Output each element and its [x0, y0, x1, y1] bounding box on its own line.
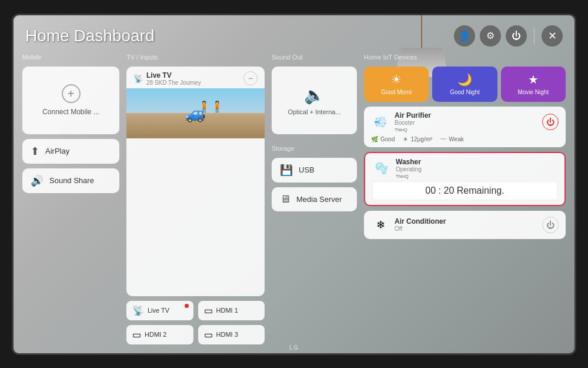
- pm-icon: ☀: [403, 136, 408, 142]
- airplay-card[interactable]: ⬆ AirPlay: [22, 139, 119, 164]
- washer-timer: 00 : 20 Remaining.: [372, 181, 557, 200]
- tv-inputs-row-1: 📡 Live TV ▭ HDMI 1: [126, 301, 265, 320]
- ac-name: Air Conditioner: [395, 217, 446, 226]
- stat-pm-label: 12μg/m²: [410, 136, 432, 142]
- live-tv-card[interactable]: 📡 Live TV 28 SKD The Journey − 🚙 🧍🧍: [126, 67, 265, 296]
- stat-wind-label: Weak: [449, 136, 463, 142]
- sound-share-card[interactable]: 🔊 Sound Share: [22, 168, 119, 193]
- live-tv-small-card[interactable]: 📡 Live TV: [126, 301, 193, 320]
- air-purifier-icon: 💨: [371, 112, 390, 131]
- speaker-icon: 🔈: [304, 85, 325, 105]
- air-purifier-power-btn[interactable]: ⏻: [542, 114, 559, 130]
- washer-card[interactable]: 🫧 Washer Operating ThinQ 00 : 20 Remaini…: [364, 152, 566, 206]
- connect-mobile-card[interactable]: + Connect Mobile ...: [22, 67, 119, 134]
- live-tv-small-icon: 📡: [132, 305, 144, 316]
- hdmi1-card[interactable]: ▭ HDMI 1: [198, 301, 265, 320]
- airplay-icon: ⬆: [31, 145, 39, 158]
- washer-icon: 🫧: [372, 159, 391, 178]
- header-separator: [534, 28, 534, 44]
- live-tv-channel: 28 SKD The Journey: [146, 79, 201, 86]
- hdmi2-icon: ▭: [132, 329, 141, 340]
- air-purifier-text: Air Purifier Booster ThinQ: [395, 111, 431, 132]
- stat-pm: ☀ 12μg/m²: [403, 136, 432, 142]
- close-icon: ✕: [548, 29, 557, 42]
- people-graphic: 🧍🧍: [198, 100, 223, 113]
- profile-button[interactable]: 👤: [454, 25, 475, 47]
- air-purifier-card[interactable]: 💨 Air Purifier Booster ThinQ ⏻ 🌿: [364, 107, 566, 147]
- tv-frame: Home Dashboard 👤 ⚙ ⏻ ✕ Mo: [12, 14, 576, 355]
- sound-storage-column: Sound Out 🔈 Optical + Interna... Storage…: [272, 54, 357, 344]
- ac-text: Air Conditioner Off: [395, 217, 446, 232]
- usb-icon: 💾: [280, 164, 293, 177]
- sound-out-card[interactable]: 🔈 Optical + Interna...: [272, 67, 357, 134]
- good-morning-label: Good Morni: [381, 89, 412, 95]
- movie-night-label: Movie Night: [517, 89, 549, 95]
- sound-share-label: Sound Share: [49, 176, 94, 185]
- gear-icon: ⚙: [486, 30, 495, 41]
- live-tv-small-label: Live TV: [148, 307, 169, 314]
- ac-icon: ❄: [371, 216, 390, 234]
- usb-label: USB: [299, 165, 315, 174]
- stat-air: 🌿 Good: [371, 136, 395, 142]
- stat-air-label: Good: [380, 136, 395, 142]
- tv-inputs-column: TV / Inputs 📡 Live TV 28 SKD The Journey…: [126, 54, 265, 344]
- dashboard-header: Home Dashboard 👤 ⚙ ⏻ ✕: [14, 15, 574, 57]
- good-night-button[interactable]: 🌙 Good Night: [432, 67, 497, 102]
- close-button[interactable]: ✕: [542, 25, 563, 47]
- hdmi3-card[interactable]: ▭ HDMI 3: [198, 325, 265, 344]
- sound-share-icon: 🔊: [31, 174, 44, 187]
- sun-icon: ☀: [391, 72, 402, 87]
- washer-info: 🫧 Washer Operating ThinQ: [372, 158, 422, 179]
- good-night-label: Good Night: [450, 89, 480, 95]
- washer-sub: Operating: [396, 166, 422, 173]
- hdmi1-icon: ▭: [204, 305, 213, 316]
- wind-icon: 〰: [440, 136, 446, 142]
- iot-column: Home IoT Devices ☀ Good Morni 🌙 Good Nig…: [364, 54, 566, 344]
- profile-icon: 👤: [459, 30, 470, 41]
- ac-header: ❄ Air Conditioner Off ⏻: [371, 216, 559, 234]
- media-server-icon: 🖥: [280, 193, 290, 205]
- moon-icon: 🌙: [457, 72, 472, 87]
- air-purifier-stats: 🌿 Good ☀ 12μg/m² 〰 Weak: [371, 136, 559, 142]
- lg-logo: LG: [289, 344, 299, 351]
- hdmi1-label: HDMI 1: [216, 307, 238, 314]
- washer-header: 🫧 Washer Operating ThinQ: [365, 153, 564, 181]
- tv-stand-left: [102, 353, 149, 355]
- air-purifier-info: 💨 Air Purifier Booster ThinQ: [371, 111, 431, 132]
- minus-button[interactable]: −: [243, 71, 258, 85]
- usb-card[interactable]: 💾 USB: [272, 158, 357, 183]
- connect-label: Connect Mobile ...: [42, 108, 99, 116]
- optical-label: Optical + Interna...: [284, 108, 344, 115]
- thinq-badge-purifier: ThinQ: [395, 127, 431, 132]
- live-indicator: [185, 304, 189, 308]
- stat-wind: 〰 Weak: [440, 136, 463, 142]
- good-morning-button[interactable]: ☀ Good Morni: [364, 67, 429, 102]
- ac-info: ❄ Air Conditioner Off: [371, 216, 446, 234]
- power-button[interactable]: ⏻: [506, 25, 527, 47]
- hdmi2-label: HDMI 2: [145, 331, 166, 338]
- hdmi2-card[interactable]: ▭ HDMI 2: [126, 325, 193, 344]
- air-purifier-header: 💨 Air Purifier Booster ThinQ ⏻: [371, 111, 559, 132]
- movie-night-button[interactable]: ★ Movie Night: [501, 67, 566, 102]
- storage-label-area: Storage: [272, 142, 357, 153]
- tv-stand-right: [439, 353, 486, 355]
- air-conditioner-card[interactable]: ❄ Air Conditioner Off ⏻: [364, 211, 566, 239]
- live-tv-info: Live TV 28 SKD The Journey: [146, 71, 201, 86]
- settings-button[interactable]: ⚙: [480, 25, 501, 47]
- tv-screen: Home Dashboard 👤 ⚙ ⏻ ✕ Mo: [14, 15, 574, 353]
- live-tv-title-area: 📡 Live TV 28 SKD The Journey: [133, 71, 201, 86]
- media-server-label: Media Server: [296, 195, 342, 204]
- media-server-card[interactable]: 🖥 Media Server: [272, 187, 357, 211]
- power-icon: ⏻: [512, 31, 521, 41]
- live-tv-name: Live TV: [146, 71, 201, 79]
- mobile-column: Mobile + Connect Mobile ... ⬆ AirPlay 🔊 …: [22, 54, 119, 344]
- hdmi3-label: HDMI 3: [216, 331, 238, 338]
- washer-name: Washer: [396, 158, 422, 166]
- ac-power-btn[interactable]: ⏻: [542, 217, 559, 233]
- star-icon: ★: [528, 72, 539, 87]
- air-purifier-name: Air Purifier: [395, 111, 431, 120]
- air-purifier-sub: Booster: [395, 120, 431, 126]
- hdmi3-icon: ▭: [204, 329, 213, 340]
- page-title: Home Dashboard: [25, 26, 154, 45]
- header-controls: 👤 ⚙ ⏻ ✕: [454, 25, 563, 47]
